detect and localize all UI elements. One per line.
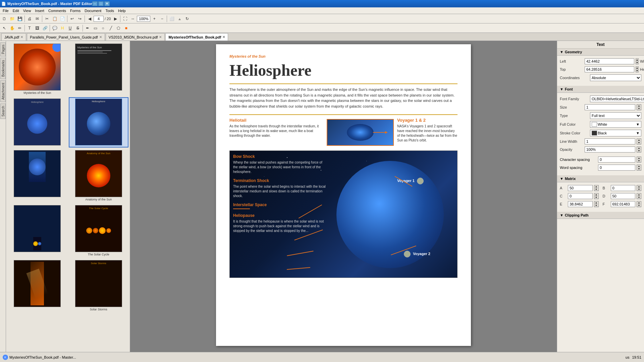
thumb-5[interactable]: [7, 149, 67, 202]
highlight-tool[interactable]: H: [59, 24, 66, 32]
menu-view[interactable]: View: [21, 8, 33, 13]
comment-tool[interactable]: 💬: [51, 24, 58, 32]
char-spacing-spinner-dn[interactable]: ▼: [637, 160, 641, 162]
new-button[interactable]: 🗋: [1, 15, 8, 22]
char-spacing-spinner-up[interactable]: ▲: [637, 157, 641, 160]
opacity-spinner[interactable]: ▲ ▼: [637, 146, 641, 153]
top-spinner-dn[interactable]: ▼: [636, 69, 638, 72]
maximize-button[interactable]: □: [98, 1, 104, 6]
menu-tools[interactable]: Tools: [103, 8, 116, 13]
pdf-viewer[interactable]: Mysteries of the Sun Heliosphere The hel…: [130, 41, 557, 352]
left-spinner-dn[interactable]: ▼: [636, 61, 638, 64]
word-spacing-spinner-dn[interactable]: ▼: [637, 168, 641, 170]
char-spacing-spinner[interactable]: ▲ ▼: [637, 157, 641, 163]
next-page-button[interactable]: ▶: [112, 15, 119, 22]
menu-edit[interactable]: Edit: [11, 8, 21, 13]
fit-width-button[interactable]: ↔: [129, 15, 137, 22]
font-size-spinner-up[interactable]: ▲: [637, 105, 641, 107]
font-size-spinner[interactable]: ▲ ▼: [637, 104, 641, 110]
geometry-header[interactable]: ▼ Geometry: [557, 49, 644, 56]
matrix-a-input[interactable]: [568, 185, 593, 191]
font-size-input[interactable]: [585, 104, 635, 110]
cut-button[interactable]: ✂: [43, 15, 51, 22]
zoom-input[interactable]: 100%: [137, 16, 150, 22]
matrix-a-spinner[interactable]: ▲ ▼: [594, 185, 599, 191]
underline-tool[interactable]: U: [66, 24, 74, 32]
matrix-d-input[interactable]: [611, 193, 636, 199]
text-tool[interactable]: T: [26, 24, 33, 32]
full-color-select[interactable]: White ▼: [590, 121, 641, 128]
strikethrough-tool[interactable]: S: [74, 24, 82, 32]
zoom-out-button[interactable]: −: [158, 15, 166, 22]
open-button[interactable]: 📁: [8, 15, 16, 22]
stroke-color-select[interactable]: Black ▼: [590, 130, 641, 136]
opacity-input[interactable]: [585, 146, 635, 153]
thumb-4-selected[interactable]: Heliosphere: [69, 97, 129, 147]
thumb-8[interactable]: The Solar Cycle The Solar Cycle: [69, 204, 129, 257]
word-spacing-input[interactable]: [598, 165, 635, 171]
select-all-button[interactable]: ⬜: [168, 15, 175, 22]
thumb-9[interactable]: [7, 259, 67, 312]
left-spinner[interactable]: ▲ ▼: [636, 58, 639, 64]
tab-mysteries-close[interactable]: ✕: [222, 35, 225, 39]
menu-help[interactable]: Help: [116, 8, 128, 13]
matrix-d-spinner[interactable]: ▲ ▼: [637, 193, 641, 199]
font-header[interactable]: ▼ Font: [557, 86, 644, 93]
copy-button[interactable]: 📋: [51, 15, 58, 22]
top-value-input[interactable]: [585, 66, 634, 72]
word-spacing-spinner[interactable]: ▲ ▼: [637, 165, 641, 171]
polygon-tool[interactable]: ⬠: [115, 24, 122, 32]
matrix-header[interactable]: ▼ Matrix: [557, 175, 644, 182]
edit-tool[interactable]: ✏: [16, 24, 23, 32]
matrix-b-spinner[interactable]: ▲ ▼: [637, 185, 641, 191]
left-spinner-up[interactable]: ▲: [636, 59, 638, 61]
matrix-b-input[interactable]: [611, 185, 636, 191]
pen-tool[interactable]: ✒: [84, 24, 91, 32]
line-width-spinner[interactable]: ▲ ▼: [637, 138, 641, 144]
top-spinner-up[interactable]: ▲: [636, 67, 638, 69]
rect-tool[interactable]: ▭: [92, 24, 99, 32]
search-tab[interactable]: Search: [0, 104, 6, 119]
ellipse-tool[interactable]: ○: [99, 24, 107, 32]
menu-file[interactable]: File: [1, 8, 11, 13]
bookmarks-tab[interactable]: Bookmarks: [0, 58, 6, 79]
close-button[interactable]: ✕: [104, 1, 110, 6]
matrix-f-input[interactable]: [611, 201, 636, 207]
undo-button[interactable]: ↩: [68, 15, 76, 22]
coords-select[interactable]: Absolute: [590, 74, 641, 81]
opacity-spinner-up[interactable]: ▲: [637, 147, 641, 149]
zoom-in-button[interactable]: +: [151, 15, 158, 22]
fill-color-tool[interactable]: ■: [122, 24, 130, 32]
matrix-f-spinner[interactable]: ▲ ▼: [637, 201, 641, 207]
image-tool[interactable]: 🖼: [34, 24, 41, 32]
matrix-c-input[interactable]: [568, 193, 593, 199]
top-spinner[interactable]: ▲ ▼: [636, 66, 639, 72]
menu-insert[interactable]: Insert: [33, 8, 46, 13]
tab-parallels-close[interactable]: ✕: [99, 35, 102, 39]
print-button[interactable]: 🖨: [26, 15, 33, 22]
email-button[interactable]: ✉: [34, 15, 41, 22]
word-spacing-spinner-up[interactable]: ▲: [637, 165, 641, 168]
select-tool[interactable]: ↖: [1, 24, 8, 32]
hand-tool[interactable]: ✋: [8, 24, 16, 32]
font-family-select[interactable]: OLBIDI+HelveticaNeueLTStd-Lt: [590, 96, 644, 102]
font-size-spinner-dn[interactable]: ▼: [637, 107, 641, 110]
clipping-path-header[interactable]: ▼ Clipping Path: [557, 212, 644, 219]
line-width-input[interactable]: [585, 138, 635, 144]
thumb-1[interactable]: Mysteries of the Sun: [7, 42, 67, 96]
left-value-input[interactable]: [585, 58, 634, 64]
line-width-spinner-dn[interactable]: ▼: [637, 141, 641, 144]
thumb-3[interactable]: Heliosphere: [7, 97, 67, 147]
minimize-button[interactable]: ─: [92, 1, 98, 6]
fit-page-button[interactable]: ⛶: [121, 15, 129, 22]
tab-java-close[interactable]: ✕: [20, 35, 23, 39]
menu-document[interactable]: Document: [83, 8, 103, 13]
thumb-6[interactable]: Anatomy of the Sun Anatomy of the Sun: [69, 149, 129, 202]
opacity-spinner-dn[interactable]: ▼: [637, 149, 641, 152]
line-tool[interactable]: ╱: [107, 24, 114, 32]
rotate-button[interactable]: ↻: [183, 15, 191, 22]
thumb-7[interactable]: [7, 204, 67, 257]
page-number-input[interactable]: 4: [94, 16, 104, 22]
font-type-select[interactable]: Full text: [590, 112, 641, 119]
prev-page-button[interactable]: ◀: [86, 15, 93, 22]
